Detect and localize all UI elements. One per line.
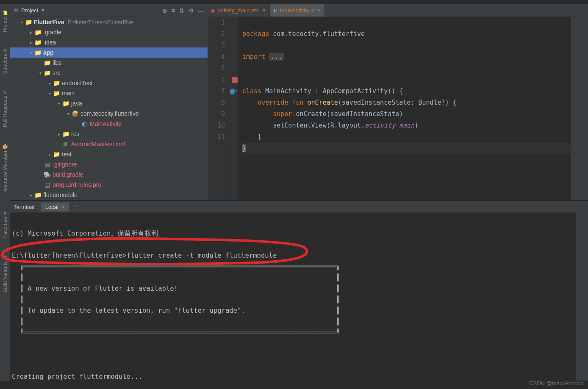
- rail-structure[interactable]: Structure⧉: [2, 47, 8, 76]
- editor-panel: ▣ activity_main.xml ✕ ◐ MainActivity.kt …: [208, 4, 576, 200]
- terminal-output[interactable]: (c) Microsoft Corporation。保留所有权利。 E:\flu…: [10, 213, 576, 381]
- tree-node-com-tecocity-flutterfive[interactable]: ▾📦com.tecocity.flutterfive: [10, 108, 208, 119]
- super-call: .onCreate(savedInstanceState): [292, 110, 403, 118]
- sort-icon[interactable]: ⇅: [179, 7, 184, 14]
- tree-node-proguard-rules-pro[interactable]: ▤proguard-rules.pro: [10, 180, 208, 190]
- manifest-icon: ▣: [62, 141, 69, 147]
- term-box: ║ ║: [20, 318, 340, 325]
- chevron-down-icon: ▼: [41, 8, 45, 13]
- tree-path: E:\flutterThreen\FlutterFive: [68, 19, 133, 25]
- fn-sig: (savedInstanceState: Bundle?) {: [338, 99, 457, 106]
- add-terminal-button[interactable]: ＋: [74, 203, 80, 211]
- gear-icon[interactable]: ⚙: [189, 7, 194, 14]
- project-tree[interactable]: ▾📁FlutterFiveE:\flutterThreen\FlutterFiv…: [10, 17, 208, 200]
- chevron-right-icon[interactable]: ▸: [28, 193, 34, 197]
- pkg-name: com.tecocity.flutterfive: [269, 30, 365, 38]
- kw-override: override: [258, 99, 288, 106]
- tree-label: build.gradle: [53, 171, 83, 178]
- terminal-tab-label: Local: [45, 204, 58, 210]
- minimize-icon[interactable]: —: [198, 7, 204, 14]
- rail-build-variants[interactable]: Build Variants▦: [2, 253, 8, 294]
- tree-label: com.tecocity.flutterfive: [80, 110, 139, 117]
- chevron-right-icon[interactable]: ▸: [28, 30, 34, 35]
- tree-node-app[interactable]: ▾📁app: [10, 47, 208, 58]
- fn-oncreate: onCreate: [308, 99, 338, 106]
- target-icon[interactable]: ⊕: [162, 7, 167, 14]
- project-icon: ▤: [14, 7, 19, 14]
- rail-pull-requests[interactable]: Pull Requests⇅: [2, 89, 8, 129]
- folder-gray-icon: 📁: [43, 69, 51, 76]
- tree-node-libs[interactable]: 📁libs: [10, 58, 208, 68]
- right-rail-bottom: [576, 201, 588, 381]
- rail-resource-manager[interactable]: Resource Manager🎨: [2, 142, 8, 195]
- code-body[interactable]: package com.tecocity.flutterfive import …: [238, 17, 576, 200]
- terminal-tab-local[interactable]: Local ✕: [41, 203, 69, 211]
- tree-node--idea[interactable]: ▸📁.idea: [10, 37, 208, 47]
- tree-label: .gradle: [43, 29, 61, 36]
- project-dropdown[interactable]: ▤ Project ▼: [14, 7, 45, 14]
- tree-label: .gitignore: [53, 161, 77, 168]
- gitignore-icon: ▤: [43, 161, 51, 168]
- tree-node-build-gradle[interactable]: 🐘build.gradle: [10, 169, 208, 180]
- folder-pkg-icon: 📦: [71, 110, 79, 117]
- chevron-down-icon[interactable]: ▾: [19, 20, 25, 25]
- import-fold[interactable]: ...: [269, 53, 284, 61]
- folder-gray-icon: 📁: [53, 90, 60, 97]
- chevron-right-icon[interactable]: ▸: [47, 81, 53, 86]
- tree-node-main[interactable]: ▾📁main: [10, 88, 208, 98]
- term-box: ╚═══════════════════════════════════════…: [20, 329, 340, 336]
- tree-label: androidTest: [62, 80, 92, 86]
- tree-node-test[interactable]: ▸📁test: [10, 149, 208, 159]
- kw-package: package: [242, 30, 269, 38]
- tree-node-androidtest[interactable]: ▸📁androidTest: [10, 78, 208, 88]
- chevron-down-icon[interactable]: ▾: [56, 101, 62, 106]
- tree-icon[interactable]: ≡: [172, 7, 175, 14]
- tree-label: java: [71, 100, 82, 107]
- tree-node-flutterfive[interactable]: ▾📁FlutterFiveE:\flutterThreen\FlutterFiv…: [10, 17, 208, 27]
- tree-node--gitignore[interactable]: ▤.gitignore: [10, 159, 208, 169]
- tree-node-src[interactable]: ▾📁src: [10, 68, 208, 78]
- left-tool-rail: Project📁 Structure⧉ Pull Requests⇅ Resou…: [0, 4, 10, 381]
- setcontent-post: ): [414, 122, 418, 129]
- chevron-down-icon[interactable]: ▾: [37, 71, 43, 75]
- code-editor[interactable]: 1234567891011 ↑ package com.tecocity.flu…: [208, 17, 576, 200]
- folder-res-icon: 📁: [62, 131, 69, 137]
- tab-activity-main[interactable]: ▣ activity_main.xml ✕: [208, 4, 270, 17]
- chevron-down-icon[interactable]: ▾: [28, 50, 34, 55]
- chevron-right-icon[interactable]: ▸: [56, 132, 62, 136]
- kw-class: class: [242, 87, 261, 95]
- project-title: Project: [21, 7, 38, 14]
- term-box: ║ To update to the latest version, run "…: [20, 307, 340, 314]
- tree-label: main: [62, 90, 75, 97]
- tab-label: activity_main.xml: [218, 7, 260, 14]
- class-decl: MainActivity : AppCompatActivity(): [261, 87, 399, 95]
- rail-project[interactable]: Project📁: [2, 8, 8, 34]
- close-icon[interactable]: ✕: [317, 8, 321, 13]
- kw-import: import: [242, 53, 265, 61]
- tree-node--gradle[interactable]: ▸📁.gradle: [10, 27, 208, 37]
- kotlin-icon: ◐: [80, 120, 88, 127]
- tree-node-fluttermodule[interactable]: ▸📁fluttermodule: [10, 190, 208, 200]
- folder-gray-icon: 📁: [34, 39, 42, 46]
- rail-favorites[interactable]: Favorites★: [2, 208, 8, 239]
- tree-label: res: [71, 131, 79, 137]
- gutter-markers: ↑: [229, 17, 238, 200]
- chevron-right-icon[interactable]: ▸: [47, 152, 53, 157]
- tree-node-res[interactable]: ▸📁res: [10, 129, 208, 139]
- chevron-down-icon[interactable]: ▾: [65, 111, 71, 116]
- tree-label: src: [53, 69, 61, 76]
- watermark: CSDN @mawlAndroid: [529, 380, 584, 386]
- editor-scrollbar[interactable]: [571, 17, 576, 200]
- close-icon[interactable]: ✕: [262, 8, 266, 13]
- terminal-label: Terminal:: [14, 204, 36, 210]
- term-command: flutter create -t module fluttermodule: [127, 252, 277, 259]
- tree-node-androidmanifest-xml[interactable]: ▣AndroidManifest.xml: [10, 139, 208, 149]
- close-icon[interactable]: ✕: [61, 204, 65, 210]
- tree-node-mainactivity[interactable]: ◐MainActivity: [10, 119, 208, 129]
- term-creating: Creating project fluttermodule...: [12, 373, 142, 381]
- tree-node-java[interactable]: ▾📁java: [10, 98, 208, 108]
- term-copyright: (c) Microsoft Corporation。保留所有权利。: [12, 230, 165, 237]
- chevron-down-icon[interactable]: ▾: [47, 91, 53, 96]
- chevron-right-icon[interactable]: ▸: [28, 40, 34, 45]
- tab-main-activity[interactable]: ◐ MainActivity.kt ✕: [270, 4, 325, 17]
